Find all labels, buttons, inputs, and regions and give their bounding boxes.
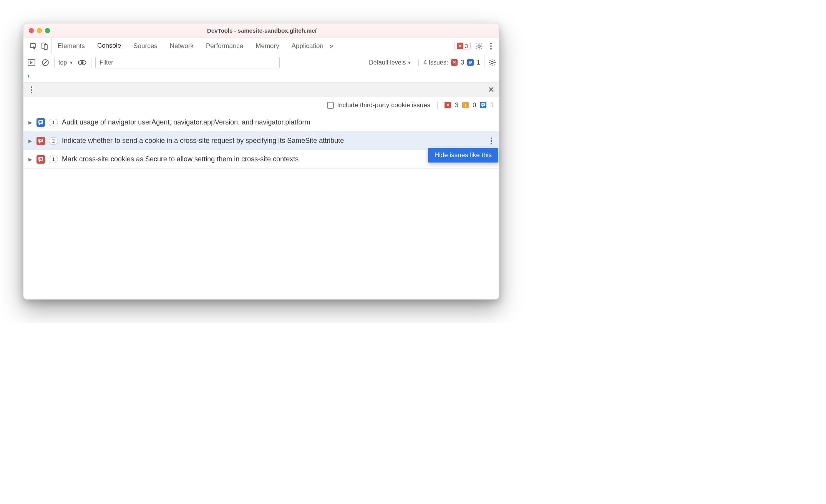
issue-title: Mark cross-site cookies as Secure to all… bbox=[62, 155, 495, 163]
error-issue-icon bbox=[36, 137, 45, 145]
issue-row-kebab-icon[interactable] bbox=[488, 138, 495, 144]
devtools-window: DevTools - samesite-sandbox.glitch.me/ E… bbox=[23, 23, 499, 300]
tab-performance[interactable]: Performance bbox=[200, 38, 249, 54]
issues-summary[interactable]: 4 Issues: ✕ 3 1 bbox=[418, 59, 480, 66]
error-count-badge[interactable]: ✕ 3 bbox=[454, 42, 471, 50]
tab-elements[interactable]: Elements bbox=[51, 38, 91, 54]
window-title: DevTools - samesite-sandbox.glitch.me/ bbox=[50, 27, 474, 34]
issue-title: Audit usage of navigator.userAgent, navi… bbox=[62, 118, 495, 126]
zoom-window-button[interactable] bbox=[45, 28, 50, 33]
issues-toolbar: Include third-party cookie issues ✕ 3 ! … bbox=[23, 97, 499, 113]
traffic-lights bbox=[29, 28, 50, 33]
close-window-button[interactable] bbox=[29, 28, 34, 33]
third-party-label: Include third-party cookie issues bbox=[337, 101, 430, 109]
settings-icon[interactable] bbox=[475, 42, 483, 50]
tab-network[interactable]: Network bbox=[164, 38, 200, 54]
warn-count: 0 bbox=[473, 102, 476, 109]
issue-count-pill: 1 bbox=[49, 156, 58, 163]
minimize-window-button[interactable] bbox=[37, 28, 42, 33]
log-levels-label: Default levels bbox=[369, 59, 406, 66]
issue-row[interactable]: ▶ 2 Indicate whether to send a cookie in… bbox=[23, 132, 499, 150]
issues-counts: ✕ 3 ! 0 1 bbox=[437, 102, 494, 109]
console-body[interactable]: › bbox=[23, 71, 499, 83]
tab-application[interactable]: Application bbox=[285, 38, 330, 54]
issues-err-count: 3 bbox=[461, 59, 464, 66]
console-settings-icon[interactable] bbox=[488, 59, 496, 66]
main-menu-kebab-icon[interactable] bbox=[488, 41, 494, 51]
context-label: top bbox=[58, 59, 67, 66]
disclosure-triangle-icon[interactable]: ▶ bbox=[27, 157, 33, 162]
issue-title: Indicate whether to send a cookie in a c… bbox=[62, 137, 484, 145]
issue-count-pill: 1 bbox=[49, 119, 58, 126]
svg-point-8 bbox=[81, 61, 84, 64]
error-icon: ✕ bbox=[445, 102, 451, 108]
checkbox-icon bbox=[327, 102, 334, 109]
close-drawer-icon[interactable]: ✕ bbox=[488, 85, 494, 95]
error-icon: ✕ bbox=[451, 59, 458, 66]
err-count: 3 bbox=[455, 102, 458, 109]
third-party-checkbox[interactable]: Include third-party cookie issues bbox=[327, 101, 430, 109]
device-toolbar-icon[interactable] bbox=[41, 42, 48, 50]
issue-row[interactable]: ▶ 1 Mark cross-site cookies as Secure to… bbox=[23, 150, 499, 169]
tab-console[interactable]: Console bbox=[91, 38, 127, 54]
issue-row[interactable]: ▶ 1 Audit usage of navigator.userAgent, … bbox=[23, 113, 499, 132]
error-icon: ✕ bbox=[457, 43, 463, 49]
main-tabbar: Elements Console Sources Network Perform… bbox=[23, 38, 499, 54]
drawer-menu-kebab-icon[interactable] bbox=[28, 85, 35, 94]
inspect-element-icon[interactable] bbox=[30, 42, 37, 50]
clear-console-icon[interactable] bbox=[40, 58, 50, 68]
svg-line-6 bbox=[43, 60, 48, 65]
empty-area bbox=[23, 169, 499, 299]
context-selector[interactable]: top ▼ bbox=[58, 59, 73, 66]
info-icon bbox=[480, 102, 486, 108]
warning-icon: ! bbox=[462, 102, 469, 108]
dropdown-triangle-icon: ▼ bbox=[69, 60, 73, 65]
console-prompt-icon: › bbox=[27, 72, 30, 80]
info-issue-icon bbox=[36, 118, 45, 127]
issues-label: 4 Issues: bbox=[423, 59, 448, 66]
log-levels-selector[interactable]: Default levels ▼ bbox=[369, 59, 411, 66]
drawer-header: ✕ bbox=[23, 83, 499, 97]
titlebar: DevTools - samesite-sandbox.glitch.me/ bbox=[23, 23, 499, 38]
filter-input[interactable] bbox=[95, 57, 280, 68]
svg-point-3 bbox=[478, 45, 480, 47]
info-icon bbox=[467, 59, 474, 66]
info-count: 1 bbox=[490, 102, 494, 109]
more-tabs-chevron-icon[interactable]: » bbox=[330, 42, 333, 50]
error-count: 3 bbox=[465, 43, 468, 49]
disclosure-triangle-icon[interactable]: ▶ bbox=[27, 138, 33, 144]
svg-rect-16 bbox=[38, 120, 43, 124]
toggle-sidebar-icon[interactable] bbox=[27, 58, 36, 68]
svg-rect-2 bbox=[44, 45, 47, 50]
svg-point-12 bbox=[491, 61, 493, 64]
error-issue-icon bbox=[36, 155, 45, 164]
dropdown-triangle-icon: ▼ bbox=[407, 60, 411, 65]
tab-memory[interactable]: Memory bbox=[249, 38, 285, 54]
live-expression-icon[interactable] bbox=[77, 58, 87, 68]
console-toolbar: top ▼ Default levels ▼ 4 Issues: ✕ 3 1 bbox=[23, 54, 499, 71]
issue-count-pill: 2 bbox=[49, 137, 58, 145]
tab-sources[interactable]: Sources bbox=[127, 38, 163, 54]
disclosure-triangle-icon[interactable]: ▶ bbox=[27, 120, 33, 125]
issues-info-count: 1 bbox=[477, 59, 480, 66]
